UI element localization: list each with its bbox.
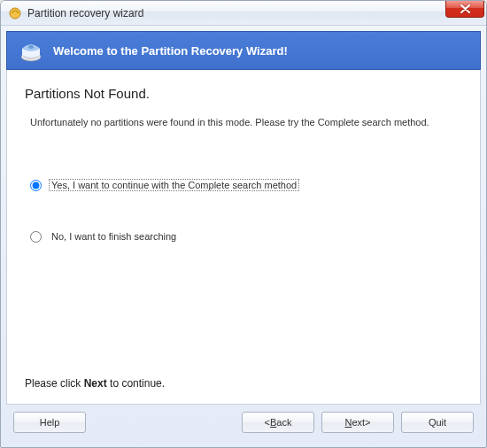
body-text: Unfortunately no partitions were found i… xyxy=(25,117,462,127)
app-icon xyxy=(8,6,22,20)
close-icon xyxy=(460,4,470,13)
svg-point-0 xyxy=(10,8,20,19)
footer-prefix: Please click xyxy=(25,377,84,390)
footer-bold: Next xyxy=(84,377,107,390)
option-finish-label[interactable]: No, I want to finish searching xyxy=(49,230,179,243)
back-suffix: ack xyxy=(276,417,291,428)
footer-suffix: to continue. xyxy=(107,377,165,390)
svg-point-3 xyxy=(28,45,34,49)
help-label: Help xyxy=(40,417,60,428)
content-frame: Welcome to the Partition Recovery Wizard… xyxy=(1,26,486,438)
option-continue-complete[interactable]: Yes, I want to continue with the Complet… xyxy=(25,179,462,191)
quit-label: Quit xyxy=(429,417,446,428)
option-finish[interactable]: No, I want to finish searching xyxy=(25,230,462,243)
back-button[interactable]: <Back xyxy=(242,412,314,433)
radio-finish[interactable] xyxy=(30,231,42,243)
footer-instruction: Please click Next to continue. xyxy=(25,377,165,390)
nav-button-group: <Back Next> Quit xyxy=(242,412,474,433)
option-continue-label[interactable]: Yes, I want to continue with the Complet… xyxy=(49,179,299,191)
dialog-window: Partition recovery wizard Welcome to the… xyxy=(0,0,487,448)
wizard-icon xyxy=(19,39,43,62)
content-panel: Partitions Not Found. Unfortunately no p… xyxy=(6,70,481,405)
button-row: Help <Back Next> Quit xyxy=(6,405,481,433)
next-mnemonic: N xyxy=(344,417,352,428)
close-button[interactable] xyxy=(445,1,484,18)
titlebar[interactable]: Partition recovery wizard xyxy=(1,1,486,26)
help-button[interactable]: Help xyxy=(13,412,86,433)
page-heading: Partitions Not Found. xyxy=(25,86,462,101)
radio-continue[interactable] xyxy=(30,180,42,191)
back-mnemonic: B xyxy=(270,417,276,428)
window-title: Partition recovery wizard xyxy=(27,7,143,19)
banner-title: Welcome to the Partition Recovery Wizard… xyxy=(53,44,288,58)
next-button[interactable]: Next> xyxy=(321,412,394,433)
quit-button[interactable]: Quit xyxy=(401,412,474,433)
next-suffix: ext> xyxy=(352,417,370,428)
banner: Welcome to the Partition Recovery Wizard… xyxy=(6,31,481,70)
